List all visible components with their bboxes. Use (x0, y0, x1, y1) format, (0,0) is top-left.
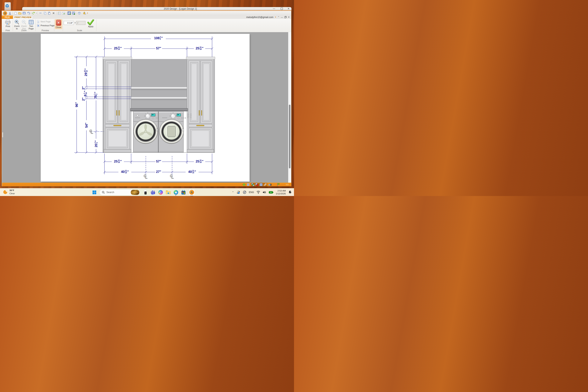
toolbar-overflow-icon[interactable]: ▾▾ (87, 12, 88, 14)
preview-canvas[interactable]: 10838" 251116" 57" 251116" 96" 291516" 2… (2, 32, 288, 183)
status-muted-icon[interactable] (243, 190, 246, 194)
onedrive-sync-icon[interactable] (236, 190, 240, 194)
phone-link-icon[interactable] (143, 190, 148, 195)
flag-icon[interactable] (277, 183, 280, 186)
account-dropdown-icon[interactable]: ▼ (275, 16, 276, 18)
design-app-taskbar-icon[interactable] (188, 189, 195, 196)
dim-bottom-center: 57" (156, 160, 161, 163)
two-page-button[interactable]: TwoPage (28, 20, 35, 30)
redo-dropdown-icon[interactable]: ▾ (36, 12, 37, 14)
edge-icon[interactable] (173, 190, 178, 195)
elevation-toggle-icon[interactable] (242, 183, 246, 186)
store-icon[interactable] (181, 190, 186, 195)
redo-icon[interactable] (32, 11, 36, 15)
new-document-icon[interactable] (14, 11, 17, 15)
minimize-button[interactable]: — (271, 7, 277, 10)
delete-icon[interactable]: ✕ (52, 11, 55, 15)
camera-icon[interactable] (268, 183, 272, 186)
close-preview-button[interactable]: ✕ Close (55, 19, 62, 29)
paste-icon[interactable] (48, 11, 51, 15)
scrollbar-thumb[interactable] (289, 105, 290, 168)
panel-collapse-handle[interactable] (2, 132, 3, 138)
save-icon[interactable] (22, 11, 26, 15)
snap-objects-icon[interactable] (251, 183, 254, 186)
volume-icon[interactable] (263, 191, 266, 194)
close-window-button[interactable]: ✕ (286, 7, 292, 10)
overlap-objects-icon[interactable] (256, 183, 258, 186)
previous-page-button[interactable]: Previous Page (37, 24, 55, 27)
start-button[interactable] (92, 190, 97, 195)
tray-chevron-icon[interactable]: ⌃ (232, 191, 234, 194)
copy-icon[interactable] (43, 11, 47, 15)
taskbar: 36°F Clear Search (0, 188, 294, 196)
tab-file[interactable]: FILE (2, 16, 13, 19)
doc-minimize-icon[interactable]: — (281, 16, 283, 18)
dim-shelf-bottom: 2" (82, 98, 85, 101)
open-folder-icon[interactable] (18, 11, 22, 15)
zoom-in-button[interactable]: ZoomIn (14, 20, 20, 30)
teams-icon[interactable] (150, 190, 156, 195)
dim-upper-cabinet: 291516" (84, 68, 88, 76)
centerline-symbol-washer: CL (144, 174, 148, 179)
tab-print-preview[interactable]: PRINT PREVIEW (13, 16, 33, 19)
notification-bell-icon[interactable]: zz (288, 190, 292, 194)
user-profile-icon[interactable] (8, 11, 12, 15)
collapse-ribbon-icon[interactable]: ⌃ (278, 16, 280, 18)
apply-button[interactable]: Apply (86, 20, 95, 28)
battery-icon[interactable] (269, 191, 274, 194)
toolbar-separator (12, 12, 13, 15)
undo-icon[interactable] (27, 11, 30, 15)
recycle-arrows-icon: ♻ (5, 3, 9, 8)
group-separator (13, 20, 13, 31)
tray-time: 2:53 AM (278, 190, 286, 192)
dim-left-to-washer-cl: 401116" (121, 170, 129, 174)
app-logo-icon[interactable] (3, 11, 7, 15)
zoom-region-icon[interactable] (72, 11, 75, 15)
form-view-icon[interactable] (62, 11, 65, 15)
lock-cursor-icon[interactable] (83, 11, 87, 15)
dryer-perforated-panel (168, 126, 176, 137)
language-indicator[interactable]: ENG (249, 191, 254, 194)
dim-top-right: 251116" (196, 46, 204, 50)
grid-icon[interactable] (246, 183, 250, 186)
resize-grip[interactable] (286, 184, 289, 185)
close-x-icon: ✕ (56, 20, 61, 26)
doc-restore-icon[interactable] (284, 16, 286, 18)
scale-target-input[interactable]: 1' (76, 21, 86, 25)
zoom-extents-icon[interactable] (68, 11, 71, 15)
search-highlight-image[interactable] (131, 190, 139, 195)
search-box[interactable]: Search (99, 189, 140, 196)
elevation-drawing (41, 34, 250, 182)
dryer (158, 112, 192, 152)
edge-running-indicator (176, 195, 176, 196)
tray-date: 1/12/2026 (276, 192, 286, 195)
item-list-icon[interactable] (58, 11, 61, 15)
wifi-icon[interactable] (256, 191, 260, 194)
fit-view-icon[interactable] (260, 183, 263, 186)
recycle-bin-icon[interactable]: ♻ (4, 1, 11, 11)
print-button[interactable]: Print (4, 20, 12, 28)
search-icon (102, 191, 105, 194)
toolbar-separator (76, 12, 76, 15)
account-email[interactable]: melodyfinn10@gmail.com (246, 16, 273, 18)
taskbar-weather[interactable]: 36°F Clear (3, 189, 15, 195)
maximize-button[interactable] (279, 7, 284, 10)
vertical-scrollbar[interactable] (288, 32, 291, 183)
countertop (130, 108, 188, 111)
dim-centerline-to-floor: 2012" (94, 140, 98, 147)
cut-icon[interactable]: ✂ (39, 11, 42, 15)
right-tall-cabinet (186, 57, 215, 152)
copilot-icon[interactable] (158, 190, 163, 195)
next-page-button[interactable]: Next Page (37, 20, 50, 23)
centerline-symbol-dryer: CL (170, 174, 174, 179)
scale-value-input[interactable]: 0 1/4" (64, 21, 74, 25)
file-explorer-icon[interactable] (166, 190, 171, 195)
3d-cube-icon[interactable] (78, 11, 81, 15)
undo-dropdown-icon[interactable]: ▾ (31, 12, 32, 14)
weather-temp: 36°F (10, 189, 14, 192)
link-icon[interactable] (264, 183, 267, 186)
taskbar-clock[interactable]: 2:53 AM 1/12/2026 (276, 189, 286, 195)
zoom-out-button[interactable]: ZoomOut (20, 20, 27, 30)
doc-close-icon[interactable]: ✕ (288, 16, 290, 18)
ribbon: Print ZoomIn ZoomOut TwoPage Next Page P… (2, 19, 291, 32)
